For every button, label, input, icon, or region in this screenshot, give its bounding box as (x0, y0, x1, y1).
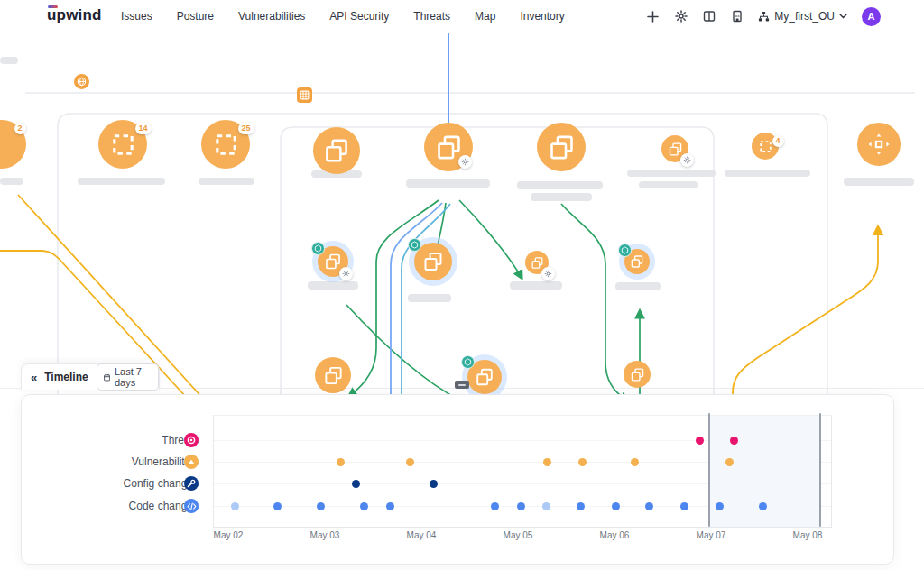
nav-item-issues[interactable]: Issues (121, 10, 152, 23)
event-dot-vulnerabilities[interactable] (337, 458, 345, 466)
gear-badge-icon (339, 267, 353, 280)
org-building-icon[interactable] (730, 10, 744, 23)
timeline-panel: ThreatsVulnerabilitiesConfig changesCode… (21, 394, 894, 565)
map-node[interactable] (313, 127, 360, 174)
app-window: upwind IssuesPostureVulnerabilitiesAPI S… (0, 0, 924, 570)
event-dot-vulnerabilities[interactable] (725, 458, 734, 466)
map-node[interactable] (315, 357, 351, 393)
row-icon-vulnerabilities (184, 455, 199, 469)
x-tick-label: May 08 (793, 530, 823, 540)
row-icon-code-changes (184, 499, 199, 513)
event-dot-code-changes[interactable] (542, 502, 550, 510)
logo-accent-bar (48, 5, 58, 8)
row-label-config-changes: Config changes (76, 477, 199, 490)
range-handle-end[interactable] (819, 413, 821, 527)
event-dot-code-changes[interactable] (360, 502, 368, 510)
node-count-badge: 14 (135, 123, 152, 134)
event-dot-code-changes[interactable] (759, 502, 767, 510)
event-dot-threats[interactable] (696, 437, 704, 445)
collapse-timeline-icon[interactable]: « (31, 372, 37, 383)
upwind-logo[interactable]: upwind (47, 6, 102, 24)
skeleton-label-bar (0, 178, 23, 185)
range-handle-start[interactable] (708, 413, 710, 527)
x-tick-label: May 04 (407, 530, 437, 540)
kubernetes-badge-icon (408, 238, 421, 252)
org-unit-selector[interactable]: My_first_OU (758, 10, 847, 23)
timeline-tab: « Timeline Last 7 days (21, 363, 160, 390)
event-dot-code-changes[interactable] (317, 502, 325, 510)
node-count-badge: 2 (14, 123, 26, 134)
x-tick-label: May 06 (600, 530, 630, 540)
event-dot-config-changes[interactable] (430, 480, 438, 488)
skeleton-label-bar (0, 57, 18, 64)
selected-time-range[interactable] (709, 416, 820, 527)
nav-item-threats[interactable]: Threats (413, 10, 450, 23)
row-icon-threats (184, 433, 199, 447)
skeleton-label-bar (199, 178, 254, 185)
topology-map-canvas[interactable]: 214254 (0, 32, 924, 390)
x-tick-label: May 05 (504, 530, 533, 540)
event-dot-code-changes[interactable] (386, 502, 394, 510)
event-dot-config-changes[interactable] (352, 480, 360, 488)
row-label-code-changes: Code changes (76, 500, 199, 512)
event-dot-code-changes[interactable] (612, 502, 620, 510)
chevron-down-icon (839, 14, 847, 19)
event-dot-code-changes[interactable] (273, 502, 282, 510)
org-unit-label: My_first_OU (774, 10, 835, 23)
skeleton-label-bar (406, 179, 490, 188)
event-dot-code-changes[interactable] (231, 502, 239, 510)
skeleton-label-bar (78, 178, 165, 185)
event-dot-code-changes[interactable] (491, 502, 499, 510)
skeleton-label-bar (627, 170, 716, 177)
skeleton-label-bar (510, 281, 562, 290)
top-navbar: upwind IssuesPostureVulnerabilitiesAPI S… (0, 0, 924, 32)
map-node[interactable] (537, 123, 586, 171)
skeleton-label-bar (531, 193, 592, 201)
gear-badge-icon (541, 267, 555, 280)
skeleton-label-bar (308, 281, 358, 290)
plot-left-border (213, 415, 214, 527)
nav-item-inventory[interactable]: Inventory (520, 10, 564, 23)
event-dot-code-changes[interactable] (577, 502, 585, 510)
skeleton-label-bar (844, 178, 914, 186)
calendar-icon (104, 372, 110, 382)
skeleton-label-bar (408, 294, 451, 302)
nav-item-api-security[interactable]: API Security (329, 10, 389, 23)
x-tick-label: May 02 (214, 530, 244, 540)
event-dot-code-changes[interactable] (517, 502, 525, 510)
x-tick-label: May 03 (310, 530, 340, 540)
date-range-label: Last 7 days (115, 366, 152, 388)
skeleton-label-bar (725, 170, 810, 177)
event-dot-vulnerabilities[interactable] (406, 458, 414, 466)
event-dot-vulnerabilities[interactable] (578, 458, 587, 466)
event-dot-vulnerabilities[interactable] (631, 458, 639, 466)
row-icon-config-changes (184, 476, 199, 491)
timeline-title: Timeline (44, 371, 88, 383)
kubernetes-badge-icon (461, 355, 475, 369)
settings-gear-icon[interactable] (674, 10, 688, 23)
logo-text: upwind (47, 6, 102, 23)
add-icon[interactable] (646, 10, 660, 23)
node-count-badge: 25 (238, 123, 254, 134)
org-tree-icon (758, 11, 770, 23)
plot-bottom-axis (213, 527, 832, 528)
main-nav: IssuesPostureVulnerabilitiesAPI Security… (121, 0, 565, 32)
skeleton-label-bar (615, 282, 661, 290)
map-node[interactable] (857, 123, 901, 166)
nav-item-vulnerabilities[interactable]: Vulnerabilities (238, 10, 305, 23)
event-dot-vulnerabilities[interactable] (543, 458, 551, 466)
user-avatar[interactable]: A (862, 7, 881, 26)
nav-item-posture[interactable]: Posture (177, 10, 214, 23)
event-dot-code-changes[interactable] (716, 502, 724, 510)
event-dot-threats[interactable] (730, 437, 738, 445)
skeleton-label-bar (639, 181, 698, 188)
kubernetes-badge-icon (311, 242, 325, 255)
panels-icon[interactable] (702, 10, 716, 23)
event-dot-code-changes[interactable] (680, 502, 688, 510)
nav-item-map[interactable]: Map (475, 10, 495, 23)
date-range-button[interactable]: Last 7 days (97, 363, 159, 391)
map-node[interactable] (624, 361, 651, 388)
row-label-threats: Threats (76, 434, 199, 446)
row-label-vulnerabilities: Vulnerabilities (76, 455, 199, 468)
event-dot-code-changes[interactable] (645, 502, 653, 510)
